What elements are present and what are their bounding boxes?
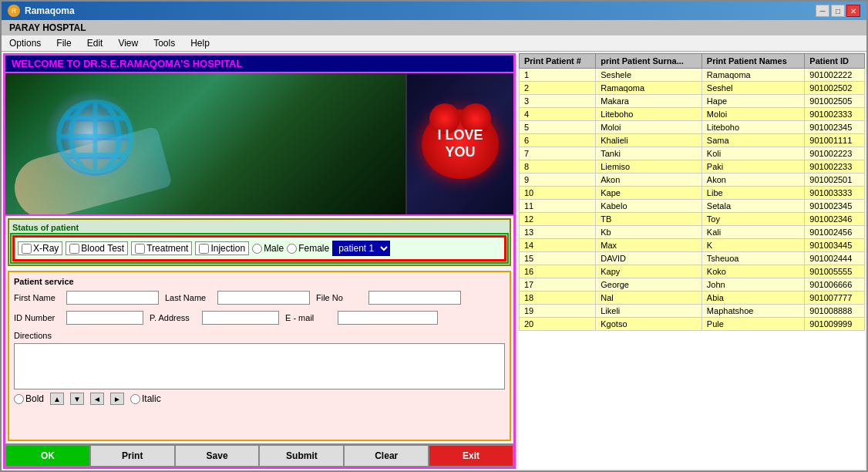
cell-id: 901002345 [805, 200, 865, 213]
cell-num: 6 [520, 134, 596, 147]
clear-button[interactable]: Clear [344, 445, 429, 467]
maximize-button[interactable]: □ [831, 5, 845, 17]
treatment-checkbox[interactable] [135, 244, 145, 254]
table-row[interactable]: 14MaxK901003445 [520, 239, 865, 252]
app-header: PARAY HOSPTAL Options File Edit View Too… [2, 20, 866, 52]
file-no-input[interactable] [368, 291, 461, 305]
cell-surname: Kabelo [596, 200, 702, 213]
table-row[interactable]: 9AkonAkon901002501 [520, 174, 865, 187]
font-size-up-button[interactable]: ▲ [50, 393, 64, 405]
col-header-num: Print Patient # [520, 54, 596, 69]
status-section: Status of patient X-Ray Blood Test Treat… [8, 218, 511, 266]
right-panel: Print Patient # print Patient Surna... P… [519, 53, 865, 469]
cell-id: 901002345 [805, 121, 865, 134]
injection-checkbox[interactable] [199, 244, 209, 254]
female-radio[interactable] [287, 244, 297, 254]
table-row[interactable]: 16KapyKoko901005555 [520, 265, 865, 278]
table-row[interactable]: 3MakaraHape901002505 [520, 95, 865, 108]
submit-button[interactable]: Submit [259, 445, 344, 467]
menu-file[interactable]: File [56, 38, 71, 49]
table-row[interactable]: 18NalAbia901007777 [520, 292, 865, 305]
cell-num: 8 [520, 160, 596, 174]
female-radio-item[interactable]: Female [287, 243, 329, 254]
table-row[interactable]: 8LiemisoPaki901002233 [520, 160, 865, 174]
cell-num: 12 [520, 213, 596, 226]
directions-textarea[interactable] [14, 343, 505, 389]
cell-surname: Liemiso [596, 160, 702, 174]
table-row[interactable]: 17GeorgeJohn901006666 [520, 278, 865, 292]
minimize-button[interactable]: ─ [816, 5, 829, 17]
scroll-left-button[interactable]: ◄ [90, 393, 104, 405]
exit-button[interactable]: Exit [429, 445, 513, 467]
cell-id: 901003333 [805, 187, 865, 200]
bloodtest-checkbox[interactable] [69, 244, 79, 254]
print-button[interactable]: Print [90, 445, 175, 467]
cell-num: 5 [520, 121, 596, 134]
save-button[interactable]: Save [175, 445, 260, 467]
cell-id: 901003445 [805, 239, 865, 252]
patient-select[interactable]: patient 1 [332, 241, 390, 256]
xray-checkbox[interactable] [22, 244, 32, 254]
font-size-down-button[interactable]: ▼ [70, 393, 84, 405]
cell-surname: Tanki [596, 147, 702, 160]
cell-num: 19 [520, 305, 596, 318]
menu-tools[interactable]: Tools [153, 38, 175, 49]
table-row[interactable]: 13KbKali901002456 [520, 226, 865, 239]
email-input[interactable] [338, 311, 438, 325]
table-row[interactable]: 2RamaqomaSeshel901002502 [520, 82, 865, 95]
table-row[interactable]: 7TankiKoli901002223 [520, 147, 865, 160]
cell-id: 901009999 [805, 318, 865, 331]
status-controls: X-Ray Blood Test Treatment Injection [12, 235, 506, 261]
xray-checkbox-item[interactable]: X-Ray [18, 241, 62, 255]
bloodtest-checkbox-item[interactable]: Blood Test [66, 241, 128, 255]
close-button[interactable]: ✕ [846, 5, 860, 17]
table-row[interactable]: 4LitebohoMoloi901002333 [520, 108, 865, 121]
italic-radio-item[interactable]: Italic [130, 393, 161, 404]
last-name-input[interactable] [217, 291, 310, 305]
cell-surname: Seshele [596, 69, 702, 82]
table-row[interactable]: 19LikeliMaphatshoe901008888 [520, 305, 865, 318]
table-row[interactable]: 6KhalieliSama901001111 [520, 134, 865, 147]
table-row[interactable]: 20KgotsoPule901009999 [520, 318, 865, 331]
male-radio[interactable] [252, 244, 262, 254]
cell-name: Paki [701, 160, 804, 174]
table-row[interactable]: 15DAVIDTsheuoa901002444 [520, 252, 865, 265]
menu-help[interactable]: Help [190, 38, 210, 49]
cell-num: 3 [520, 95, 596, 108]
cell-id: 901006666 [805, 278, 865, 292]
p-address-input[interactable] [202, 311, 279, 325]
menu-edit[interactable]: Edit [87, 38, 103, 49]
table-row[interactable]: 12TBToy901002346 [520, 213, 865, 226]
cell-num: 18 [520, 292, 596, 305]
bloodtest-label: Blood Test [81, 243, 124, 254]
italic-radio[interactable] [130, 394, 140, 404]
bold-radio[interactable] [14, 394, 24, 404]
table-row[interactable]: 11KabeloSetala901002345 [520, 200, 865, 213]
cell-surname: Makara [596, 95, 702, 108]
id-number-input[interactable] [66, 311, 143, 325]
male-radio-item[interactable]: Male [252, 243, 284, 254]
cell-name: Seshel [701, 82, 804, 95]
treatment-checkbox-item[interactable]: Treatment [131, 241, 192, 255]
cell-num: 9 [520, 174, 596, 187]
menu-view[interactable]: View [118, 38, 138, 49]
table-row[interactable]: 1SesheleRamaqoma901002222 [520, 69, 865, 82]
scroll-right-button[interactable]: ► [110, 393, 124, 405]
table-row[interactable]: 10KapeLibe901003333 [520, 187, 865, 200]
menu-options[interactable]: Options [9, 38, 41, 49]
cell-num: 17 [520, 278, 596, 292]
first-name-input[interactable] [66, 291, 159, 305]
cell-num: 15 [520, 252, 596, 265]
window-title: Ramaqoma [25, 5, 75, 16]
hand-glow-decor [8, 126, 173, 214]
injection-checkbox-item[interactable]: Injection [195, 241, 249, 255]
cell-name: Toy [701, 213, 804, 226]
table-header-row: Print Patient # print Patient Surna... P… [520, 54, 865, 69]
col-header-surname: print Patient Surna... [596, 54, 702, 69]
ok-button[interactable]: OK [5, 445, 90, 467]
cell-name: Liteboho [701, 121, 804, 134]
cell-name: Hape [701, 95, 804, 108]
cell-surname: Akon [596, 174, 702, 187]
table-row[interactable]: 5MoloiLiteboho901002345 [520, 121, 865, 134]
bold-radio-item[interactable]: Bold [14, 393, 44, 404]
